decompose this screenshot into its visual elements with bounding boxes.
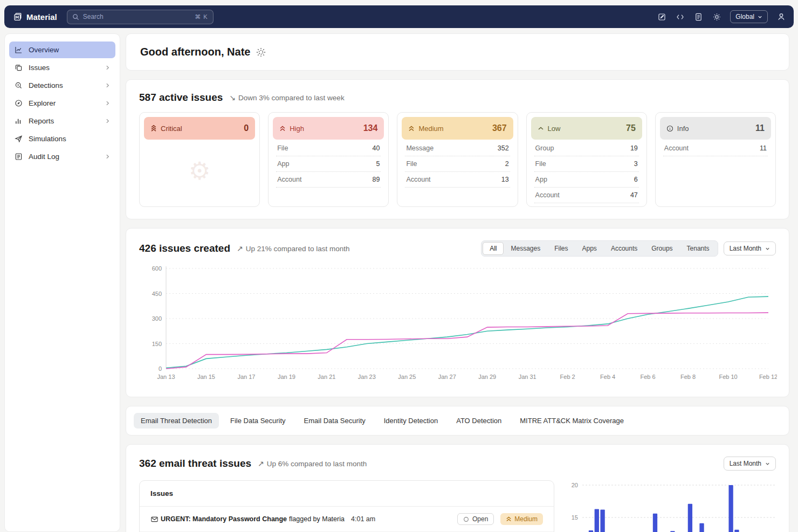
trend-text: Up 21% compared to last month <box>246 245 350 253</box>
compose-icon[interactable] <box>657 12 666 22</box>
chevron-right-icon <box>105 65 111 71</box>
sidebar-item-simulations[interactable]: Simulations <box>9 130 115 147</box>
tab-file-data-security[interactable]: File Data Security <box>223 413 293 429</box>
breakdown-row: Account13 <box>405 172 510 188</box>
breakdown-row: Message352 <box>405 141 510 156</box>
severity-header: Low 75 <box>531 117 642 140</box>
chevron-right-icon <box>105 100 111 106</box>
tab-email-data-security[interactable]: Email Data Security <box>297 413 373 429</box>
svg-text:150: 150 <box>152 341 162 347</box>
email-threat-range-select[interactable]: Last Month <box>724 457 776 471</box>
chevron-down-icon <box>758 15 762 19</box>
filter-tab-messages[interactable]: Messages <box>504 242 547 255</box>
sidebar-item-label: Detections <box>29 81 63 89</box>
svg-text:600: 600 <box>152 265 162 272</box>
document-icon[interactable] <box>693 12 703 22</box>
breakdown-row: App6 <box>534 172 639 188</box>
severity-card-low[interactable]: Low 75 Group19 File3 App6 Account47 <box>526 112 647 207</box>
svg-text:300: 300 <box>152 315 162 322</box>
topbar: Material ⌘ K <box>4 5 794 28</box>
global-select[interactable]: Global <box>730 10 768 23</box>
filter-tab-all[interactable]: All <box>483 242 504 255</box>
svg-text:Feb 2: Feb 2 <box>560 374 575 380</box>
search-bar[interactable]: ⌘ K <box>67 10 214 24</box>
svg-text:Feb 12: Feb 12 <box>759 374 777 380</box>
severity-badge: Medium <box>500 513 543 525</box>
sidebar-item-issues[interactable]: Issues <box>9 59 115 76</box>
svg-text:Jan 21: Jan 21 <box>318 374 335 380</box>
severity-header: Critical 0 <box>144 117 255 140</box>
issues-created-range-select[interactable]: Last Month <box>724 241 776 255</box>
tab-ato-detection[interactable]: ATO Detection <box>449 413 508 429</box>
email-threat-card: 362 email threat issues ↗ Up 6% compared… <box>126 444 789 532</box>
active-issues-card: 587 active issues ↘ Down 3% compared to … <box>126 79 789 219</box>
filter-tab-accounts[interactable]: Accounts <box>604 242 644 255</box>
svg-text:Jan 25: Jan 25 <box>398 374 416 380</box>
settings-gear-icon[interactable] <box>712 12 721 22</box>
svg-text:Feb 8: Feb 8 <box>680 374 696 380</box>
severity-header: High 134 <box>273 117 384 140</box>
issues-list-title: Issues <box>140 481 554 507</box>
overview-icon <box>14 45 23 54</box>
severity-count: 367 <box>492 123 507 133</box>
brand-logo[interactable]: Material <box>12 11 57 22</box>
material-logo-icon <box>12 11 23 22</box>
audit-log-icon <box>14 152 23 161</box>
severity-label: Medium <box>418 125 443 133</box>
main-content: Good afternoon, Nate 587 active issues ↘… <box>126 33 789 532</box>
sun-icon <box>256 47 266 58</box>
detection-tabs-card: Email Threat Detection File Data Securit… <box>126 406 789 436</box>
trend-text: Down 3% compared to last week <box>238 94 345 102</box>
severity-card-high[interactable]: High 134 File40 App5 Account89 <box>268 112 389 207</box>
sidebar-item-audit-log[interactable]: Audit Log <box>9 148 115 165</box>
sidebar-item-explorer[interactable]: Explorer <box>9 95 115 112</box>
issues-list: Issues URGENT: Mandatory Password Change… <box>139 480 554 532</box>
issues-created-title: 426 issues created <box>139 243 230 254</box>
sidebar-item-reports[interactable]: Reports <box>9 113 115 129</box>
low-severity-icon <box>538 126 544 131</box>
filter-tab-apps[interactable]: Apps <box>575 242 604 255</box>
issues-created-card: 426 issues created ↗ Up 21% compared to … <box>126 228 789 397</box>
svg-text:Jan 23: Jan 23 <box>358 374 376 380</box>
critical-severity-icon <box>150 125 157 132</box>
issue-title: URGENT: Mandatory Password Change flagge… <box>150 515 345 523</box>
trend-text: Up 6% compared to last month <box>267 460 367 468</box>
issue-time: 4:01 am <box>351 515 451 523</box>
tab-email-threat-detection[interactable]: Email Threat Detection <box>134 413 219 429</box>
svg-text:Jan 19: Jan 19 <box>278 374 295 380</box>
filter-tab-files[interactable]: Files <box>547 242 575 255</box>
trend-up-arrow-icon: ↗ <box>258 459 264 468</box>
sidebar-item-overview[interactable]: Overview <box>9 42 115 58</box>
severity-label: Low <box>548 125 561 133</box>
sidebar-item-label: Simulations <box>29 135 66 143</box>
range-select-label: Last Month <box>730 245 761 252</box>
severity-card-info[interactable]: Info 11 Account11 <box>655 112 776 207</box>
code-icon[interactable] <box>675 12 685 22</box>
chevron-right-icon <box>105 154 111 160</box>
global-select-label: Global <box>735 13 754 20</box>
issue-row[interactable]: URGENT: Mandatory Password Change flagge… <box>140 507 554 532</box>
email-threat-title: 362 email threat issues <box>139 458 251 469</box>
high-severity-icon <box>279 125 286 132</box>
severity-label: Info <box>677 125 689 133</box>
filter-tab-groups[interactable]: Groups <box>644 242 679 255</box>
profile-icon[interactable] <box>776 12 786 22</box>
severity-label: Critical <box>161 125 182 133</box>
severity-card-critical[interactable]: Critical 0 ⚙ <box>139 112 260 207</box>
tab-mitre-attack-matrix-coverage[interactable]: MITRE ATT&CK Matrix Coverage <box>513 413 631 429</box>
svg-text:450: 450 <box>152 291 162 297</box>
search-input[interactable] <box>83 13 191 20</box>
sidebar: Overview Issues Detections Explorer Repo… <box>4 33 120 532</box>
tab-identity-detection[interactable]: Identity Detection <box>377 413 445 429</box>
severity-count: 75 <box>626 123 636 133</box>
sidebar-item-label: Reports <box>29 117 54 125</box>
reports-icon <box>14 116 23 126</box>
medium-severity-icon <box>506 516 512 522</box>
trend-down-arrow-icon: ↘ <box>229 93 236 102</box>
status-badge: Open <box>457 513 494 525</box>
detections-icon <box>14 81 23 90</box>
filter-tab-tenants[interactable]: Tenants <box>680 242 717 255</box>
sidebar-item-detections[interactable]: Detections <box>9 77 115 94</box>
sidebar-item-label: Overview <box>29 46 59 54</box>
severity-card-medium[interactable]: Medium 367 Message352 File2 Account13 <box>397 112 518 207</box>
